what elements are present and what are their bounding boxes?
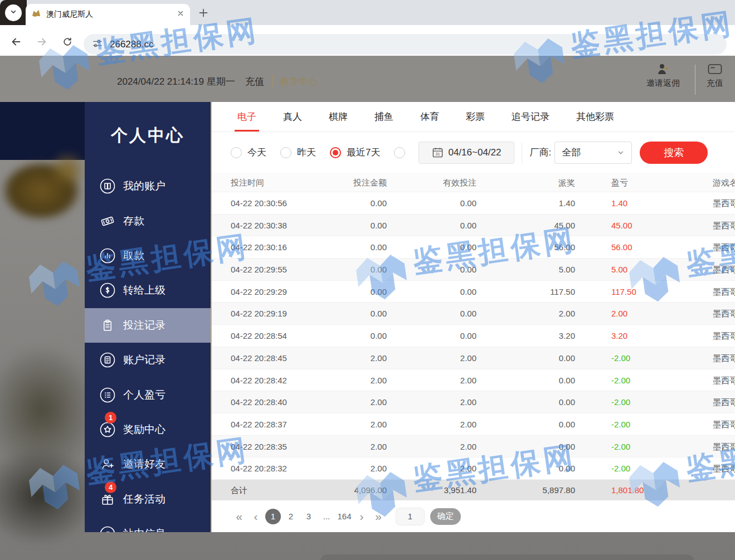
sidebar-item[interactable]: 取款 (85, 238, 211, 273)
sidebar-item[interactable]: 投注记录 (85, 308, 211, 343)
tutorial-center-link[interactable]: 教导中心 (280, 75, 318, 88)
recharge-button[interactable]: 充值 (695, 62, 734, 89)
radio-icon[interactable] (280, 147, 291, 158)
page-number-list: 1 2 3 ... 164 (264, 509, 353, 524)
sidebar-item-label: 存款 (123, 214, 144, 228)
radio-option[interactable]: 昨天 (280, 146, 330, 159)
sidebar-item[interactable]: @ 站内信息 (85, 517, 211, 532)
category-tab-label: 电子 (237, 110, 256, 123)
sidebar-item-label: 邀请好友 (123, 457, 166, 471)
sidebar-item[interactable]: 存款 (85, 203, 211, 238)
cell-pnl: -2.00 (611, 436, 630, 458)
category-tab-label: 彩票 (466, 110, 485, 123)
page-number[interactable]: 3 (301, 509, 317, 524)
radio-icon[interactable] (394, 147, 405, 158)
table-row: 04-22 20:28:32 2.00 2.00 0.00 -2.00 墨西哥 (212, 457, 735, 480)
cell-valid-bet: 2.00 (390, 457, 476, 480)
next-page-button[interactable]: › (353, 509, 370, 524)
filter-divider (522, 142, 522, 163)
header-recharge-link[interactable]: 充值 (245, 75, 264, 88)
sidebar-item-icon (99, 178, 116, 194)
sidebar-item-label: 奖励中心 (123, 422, 166, 437)
date-range-picker[interactable]: 31 04/16~04/22 (418, 142, 514, 164)
total-pnl: 1,801.80 (611, 480, 644, 500)
radio-option[interactable] (394, 147, 411, 158)
sidebar-item[interactable]: 个人盈亏 (85, 377, 211, 412)
cell-bet-amount: 0.00 (279, 215, 387, 237)
last-page-button[interactable]: » (370, 509, 387, 524)
radio-icon[interactable] (231, 147, 242, 158)
new-tab-button[interactable] (196, 6, 211, 20)
radio-option[interactable]: 今天 (231, 146, 280, 159)
vendor-select[interactable]: 全部 (554, 142, 632, 164)
tab-close-icon[interactable] (177, 9, 184, 20)
page-number[interactable]: ... (319, 509, 334, 524)
url-bar[interactable]: 266288.cc (84, 34, 727, 55)
table-row: 04-22 20:28:35 2.00 2.00 0.00 -2.00 墨西哥 (212, 436, 735, 458)
category-tab[interactable]: 真人 (283, 102, 302, 132)
cell-pnl: 3.20 (611, 325, 627, 347)
page-number[interactable]: 2 (283, 509, 299, 524)
radio-icon[interactable] (330, 147, 341, 158)
table-header-row: 投注时间 投注金额 有效投注 派奖 盈亏 游戏名 (212, 173, 735, 192)
search-button[interactable]: 搜索 (640, 142, 708, 164)
first-page-button[interactable]: « (231, 509, 247, 524)
calendar-icon: 31 (432, 147, 444, 158)
reload-button[interactable] (59, 33, 76, 50)
cell-valid-bet: 2.00 (390, 347, 476, 369)
sidebar-item-icon (99, 456, 116, 473)
url-text: 266288.cc (110, 39, 153, 50)
sidebar-item[interactable]: 我的账户 (85, 169, 211, 203)
radio-option[interactable]: 最近7天 (330, 146, 394, 159)
cell-pnl: -2.00 (611, 369, 630, 392)
sidebar: 个人中心 我的账户 存款 取款 (85, 102, 211, 532)
cell-pnl: -2.00 (611, 457, 630, 480)
page-number[interactable]: 1 (265, 509, 281, 524)
page-jump-input[interactable] (396, 508, 425, 525)
category-tab[interactable]: 电子 (237, 102, 256, 132)
cell-game-name: 墨西哥 (713, 369, 735, 392)
category-tab[interactable]: 捕鱼 (374, 102, 393, 132)
cell-valid-bet: 2.00 (390, 369, 476, 392)
filter-bar: 今天 昨天 最近7天 (212, 132, 735, 173)
total-label: 合计 (231, 480, 247, 500)
tune-icon[interactable] (93, 38, 103, 51)
page-number[interactable]: 164 (337, 509, 352, 524)
cell-bet-amount: 0.00 (279, 281, 387, 303)
tab-search-button[interactable] (5, 4, 22, 21)
table-row: 04-22 20:28:40 2.00 2.00 0.00 -2.00 墨西哥 (212, 391, 735, 413)
cell-pnl: 2.00 (611, 303, 627, 325)
sidebar-item-icon (99, 352, 116, 368)
cell-bet-amount: 2.00 (279, 347, 387, 369)
sidebar-item[interactable]: 账户记录 (85, 343, 211, 377)
cell-bet-amount: 2.00 (279, 369, 387, 392)
sidebar-item[interactable]: 4 任务活动 (85, 482, 211, 517)
col-header-bet: 投注金额 (279, 173, 387, 192)
screen: 澳门威尼斯人 266288.cc 2024/04/22 21:14:19 星期一… (0, 0, 735, 560)
forward-button[interactable] (33, 33, 50, 50)
cell-pnl: 56.00 (611, 236, 632, 259)
sidebar-item[interactable]: 1 奖励中心 (85, 412, 211, 447)
table-row: 04-22 20:29:29 0.00 0.00 117.50 117.50 墨… (212, 281, 735, 303)
cell-game-name: 墨西哥 (713, 215, 735, 237)
cell-game-name: 墨西哥 (713, 347, 735, 369)
cell-payout: 0.00 (479, 436, 575, 458)
category-tab-label: 棋牌 (329, 110, 348, 123)
table-body: 04-22 20:30:56 0.00 0.00 1.40 1.40 墨西哥 0… (212, 192, 735, 480)
browser-tab[interactable]: 澳门威尼斯人 (26, 4, 190, 25)
category-tab[interactable]: 追号记录 (512, 102, 549, 132)
category-tab[interactable]: 体育 (420, 102, 439, 132)
game-category-tabs: 电子 真人 棋牌 捕鱼 体育 彩票 (212, 102, 735, 132)
category-tab[interactable]: 其他彩票 (576, 102, 614, 132)
sidebar-item[interactable]: 邀请好友 (85, 447, 211, 481)
invite-rebate-button[interactable]: 邀请返佣 (640, 62, 687, 89)
prev-page-button[interactable]: ‹ (247, 509, 264, 524)
cell-valid-bet: 0.00 (390, 281, 476, 303)
category-tab[interactable]: 棋牌 (329, 102, 348, 132)
page-confirm-button[interactable]: 确定 (430, 508, 461, 525)
table-row: 04-22 20:30:16 0.00 0.00 56.00 56.00 墨西哥 (212, 236, 735, 259)
table-row: 04-22 20:30:56 0.00 0.00 1.40 1.40 墨西哥 (212, 192, 735, 215)
back-button[interactable] (8, 33, 25, 50)
category-tab[interactable]: 彩票 (466, 102, 485, 132)
sidebar-item[interactable]: 转给上级 (85, 273, 211, 308)
